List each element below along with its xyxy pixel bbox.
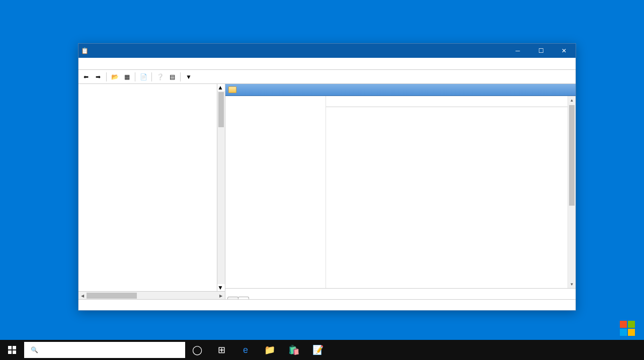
- up-button[interactable]: 📂: [109, 71, 120, 82]
- scroll-thumb-h[interactable]: [87, 293, 137, 299]
- menu-help[interactable]: [106, 63, 114, 65]
- svg-rect-1: [13, 346, 16, 349]
- taskbar: 🔍 ◯ ⊞ e 📁 🛍️ 📝: [0, 340, 644, 360]
- forward-button[interactable]: ➡: [93, 71, 104, 82]
- search-icon: 🔍: [24, 346, 44, 353]
- watermark: [620, 321, 638, 336]
- explorer-icon[interactable]: 📁: [258, 340, 282, 360]
- toolbar: ⬅ ➡ 📂 ▦ 📄 ❔ ▤ ▼: [78, 70, 576, 84]
- scroll-right-icon[interactable]: ▶: [217, 292, 225, 300]
- search-input[interactable]: [44, 346, 185, 354]
- search-box[interactable]: 🔍: [24, 342, 185, 358]
- cortana-button[interactable]: ◯: [185, 340, 209, 360]
- pane-header: [225, 84, 576, 96]
- scroll-left-icon[interactable]: ◀: [78, 292, 87, 300]
- detail-pane: ▲ ▼: [225, 84, 576, 299]
- description-panel: [225, 96, 326, 288]
- notepad-icon[interactable]: 📝: [306, 340, 330, 360]
- scroll-thumb[interactable]: [218, 92, 224, 127]
- svg-rect-2: [8, 350, 12, 354]
- folder-icon: [228, 86, 236, 93]
- scroll-up-icon[interactable]: ▲: [217, 84, 225, 91]
- menu-action[interactable]: [90, 63, 98, 65]
- scroll-down-icon[interactable]: ▼: [568, 280, 576, 288]
- menubar: [78, 58, 576, 70]
- help-button[interactable]: ❔: [154, 71, 166, 82]
- tree-scrollbar-v[interactable]: ▲ ▼: [217, 84, 225, 291]
- scroll-thumb[interactable]: [569, 105, 575, 206]
- close-button[interactable]: ✕: [552, 44, 576, 58]
- titlebar[interactable]: 📋 ─ ☐ ✕: [78, 44, 576, 58]
- scroll-down-icon[interactable]: ▼: [217, 284, 225, 291]
- status-bar: [78, 299, 576, 310]
- svg-rect-3: [13, 350, 16, 354]
- filter-button[interactable]: ▼: [183, 71, 194, 82]
- settings-list: [326, 96, 568, 288]
- list-scrollbar[interactable]: ▲ ▼: [568, 96, 576, 288]
- start-button[interactable]: [0, 340, 24, 360]
- gpedit-window: 📋 ─ ☐ ✕ ⬅ ➡ 📂 ▦ 📄 ❔ ▤ ▼ ▲: [78, 43, 576, 311]
- task-view-button[interactable]: ⊞: [209, 340, 233, 360]
- maximize-button[interactable]: ☐: [529, 44, 552, 58]
- svg-rect-0: [8, 346, 12, 349]
- properties-button[interactable]: ▤: [167, 71, 178, 82]
- list-header[interactable]: [326, 96, 568, 107]
- pane-tabs: [225, 288, 576, 299]
- minimize-button[interactable]: ─: [506, 44, 529, 58]
- back-button[interactable]: ⬅: [80, 71, 92, 82]
- menu-view[interactable]: [98, 63, 106, 65]
- app-icon: 📋: [78, 47, 91, 54]
- scroll-up-icon[interactable]: ▲: [568, 96, 576, 104]
- edge-icon[interactable]: e: [233, 340, 258, 360]
- window-body: ▲ ▼ ◀ ▶: [78, 84, 576, 299]
- tree-scrollbar-h[interactable]: ◀ ▶: [78, 291, 225, 299]
- menu-file[interactable]: [82, 63, 90, 65]
- policy-tree[interactable]: [78, 84, 217, 291]
- export-button[interactable]: 📄: [138, 71, 149, 82]
- show-hide-button[interactable]: ▦: [121, 71, 132, 82]
- store-icon[interactable]: 🛍️: [282, 340, 306, 360]
- tree-pane: ▲ ▼ ◀ ▶: [78, 84, 225, 299]
